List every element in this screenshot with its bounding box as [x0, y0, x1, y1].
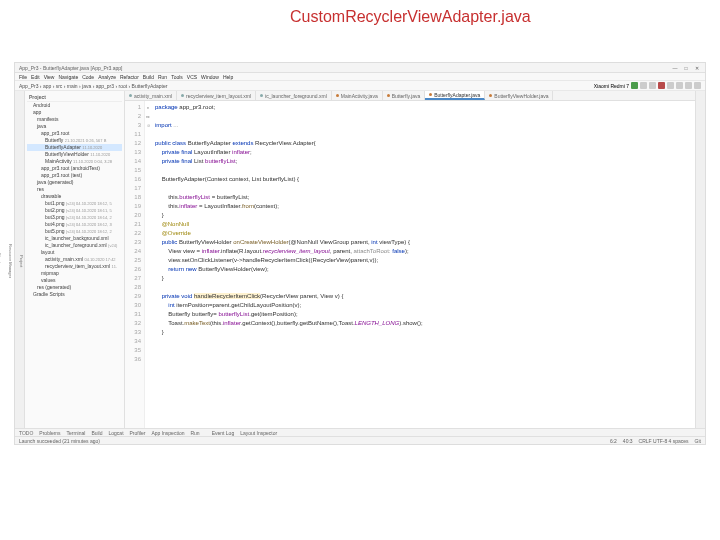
bottom-tab[interactable]: Terminal [66, 430, 85, 436]
tree-item[interactable]: but1.png (v24) 04.10.2020 18:12, 5 [27, 200, 122, 207]
menu-item[interactable]: Navigate [58, 74, 78, 80]
editor-tab[interactable]: Butterfly.java [383, 91, 426, 100]
left-toolwindow-tabs: Project Resource Manager Structure [15, 91, 25, 428]
window-title: App_Pr3 - ButterflyAdapter.java [App_Pr3… [19, 65, 668, 71]
tree-item[interactable]: app_pr3.root (test) [27, 172, 122, 179]
tree-item[interactable]: ic_launcher_foreground.xml (v24) [27, 242, 122, 249]
statusbar: Launch succeeded (21 minutes ago) 6:2 40… [15, 436, 705, 444]
bottom-toolwindow-tabs: TODO Problems Terminal Build Logcat Prof… [15, 428, 705, 436]
stop-icon[interactable] [658, 82, 665, 89]
minimize-icon[interactable]: — [671, 65, 679, 71]
tree-item[interactable]: activity_main.xml 04.10.2020 17:42 [27, 256, 122, 263]
tree-item[interactable]: Butterfly 21.10.2021 0:26, 567 B [27, 137, 122, 144]
tree-header: Project [27, 93, 122, 102]
ide-window: App_Pr3 - ButterflyAdapter.java [App_Pr3… [14, 62, 706, 445]
tree-item[interactable]: Gradle Scripts [27, 291, 122, 298]
git-status[interactable]: Git [695, 438, 701, 444]
tree-item[interactable]: mipmap [27, 270, 122, 277]
encoding: CRLF UTF-8 4 spaces [639, 438, 689, 444]
menu-item[interactable]: Tools [171, 74, 183, 80]
editor-tab[interactable]: recyclerview_item_layout.xml [177, 91, 256, 100]
menu-item[interactable]: Help [223, 74, 233, 80]
menu-item[interactable]: Analyze [98, 74, 116, 80]
avd-icon[interactable] [676, 82, 683, 89]
breadcrumb[interactable]: App_Pr3 › app › src › main › java › app_… [19, 83, 592, 89]
tree-item[interactable]: ic_launcher_background.xml [27, 235, 122, 242]
menubar: File Edit View Navigate Code Analyze Ref… [15, 73, 705, 81]
tree-item[interactable]: app [27, 109, 122, 116]
menu-item[interactable]: Run [158, 74, 167, 80]
bottom-tab[interactable]: App Inspection [151, 430, 184, 436]
tree-item[interactable]: values [27, 277, 122, 284]
menu-item[interactable]: Refactor [120, 74, 139, 80]
right-toolwindow-tabs [695, 91, 705, 428]
tree-item[interactable]: app_pr3.root [27, 130, 122, 137]
sync-icon[interactable] [667, 82, 674, 89]
tree-item[interactable]: but4.png (v24) 04.10.2020 18:12, 3 [27, 221, 122, 228]
menu-item[interactable]: VCS [187, 74, 197, 80]
menu-item[interactable]: Build [143, 74, 154, 80]
bottom-tab[interactable]: Build [91, 430, 102, 436]
search-icon[interactable] [694, 82, 701, 89]
menu-item[interactable]: Code [82, 74, 94, 80]
layout-inspector-tab[interactable]: Layout Inspector [240, 430, 277, 436]
code-area[interactable]: package app_pr3.root; import ... public … [151, 101, 695, 428]
tree-item[interactable]: drawable [27, 193, 122, 200]
toolbar: App_Pr3 › app › src › main › java › app_… [15, 81, 705, 91]
tree-item[interactable]: but5.png (v24) 04.10.2020 18:12, 2 [27, 228, 122, 235]
project-tree: Project Androidappmanifestsjavaapp_pr3.r… [25, 91, 125, 428]
tree-item[interactable]: res (generated) [27, 284, 122, 291]
menu-item[interactable]: View [44, 74, 55, 80]
bottom-tab[interactable]: Profiler [130, 430, 146, 436]
bottom-tab[interactable]: Logcat [109, 430, 124, 436]
structure-tab[interactable]: Structure [0, 253, 2, 269]
menu-item[interactable]: Window [201, 74, 219, 80]
caret-position: 40:3 [623, 438, 633, 444]
sdk-icon[interactable] [685, 82, 692, 89]
bottom-tab[interactable]: Run [190, 430, 199, 436]
editor-tab[interactable]: MainActivity.java [332, 91, 383, 100]
tree-item[interactable]: recyclerview_item_layout.xml 11. [27, 263, 122, 270]
line-gutter: 1231112131415161718192021222324252627282… [125, 101, 145, 428]
tree-item[interactable]: MainActivity 11.10.2020 0:04, 3.28 [27, 158, 122, 165]
editor-tab[interactable]: ic_launcher_foreground.xml [256, 91, 332, 100]
tree-item[interactable]: layout [27, 249, 122, 256]
menu-item[interactable]: File [19, 74, 27, 80]
bottom-tab[interactable]: TODO [19, 430, 33, 436]
menu-item[interactable]: Edit [31, 74, 40, 80]
editor-area: activity_main.xmlrecyclerview_item_layou… [125, 91, 695, 428]
close-icon[interactable]: ✕ [693, 65, 701, 71]
tree-item[interactable]: but2.png (v24) 04.10.2020 18:11, 5 [27, 207, 122, 214]
page-annotation: CustomRecyclerViewAdapter.java [290, 8, 531, 26]
titlebar: App_Pr3 - ButterflyAdapter.java [App_Pr3… [15, 63, 705, 73]
tree-item[interactable]: java (generated) [27, 179, 122, 186]
tree-item[interactable]: ButterflyViewHolder 11.10.2020 [27, 151, 122, 158]
tree-item[interactable]: but3.png (v24) 04.10.2020 18:14, 2 [27, 214, 122, 221]
editor-tab[interactable]: ButterflyAdapter.java [425, 91, 485, 100]
editor-tabs: activity_main.xmlrecyclerview_item_layou… [125, 91, 695, 101]
maximize-icon[interactable]: □ [682, 65, 690, 71]
main-area: Project Resource Manager Structure Proje… [15, 91, 705, 428]
tree-item[interactable]: Android [27, 102, 122, 109]
status-indicators: 6:2 [610, 438, 617, 444]
resource-manager-tab[interactable]: Resource Manager [8, 244, 13, 278]
project-tab[interactable]: Project [19, 255, 24, 267]
editor-tab[interactable]: activity_main.xml [125, 91, 177, 100]
profile-icon[interactable] [649, 82, 656, 89]
event-log-tab[interactable]: Event Log [212, 430, 235, 436]
bottom-tab[interactable]: Problems [39, 430, 60, 436]
tree-item[interactable]: app_pr3.root (androidTest) [27, 165, 122, 172]
editor-tab[interactable]: ButterflyViewHolder.java [485, 91, 553, 100]
device-selector[interactable]: Xiaomi Redmi 7 [594, 83, 629, 89]
editor[interactable]: 1231112131415161718192021222324252627282… [125, 101, 695, 428]
run-icon[interactable] [631, 82, 638, 89]
tree-item[interactable]: manifests [27, 116, 122, 123]
tree-item[interactable]: java [27, 123, 122, 130]
tree-item[interactable]: ButterflyAdapter 11.10.2020 [27, 144, 122, 151]
tree-item[interactable]: res [27, 186, 122, 193]
status-message: Launch succeeded (21 minutes ago) [19, 438, 100, 444]
debug-icon[interactable] [640, 82, 647, 89]
